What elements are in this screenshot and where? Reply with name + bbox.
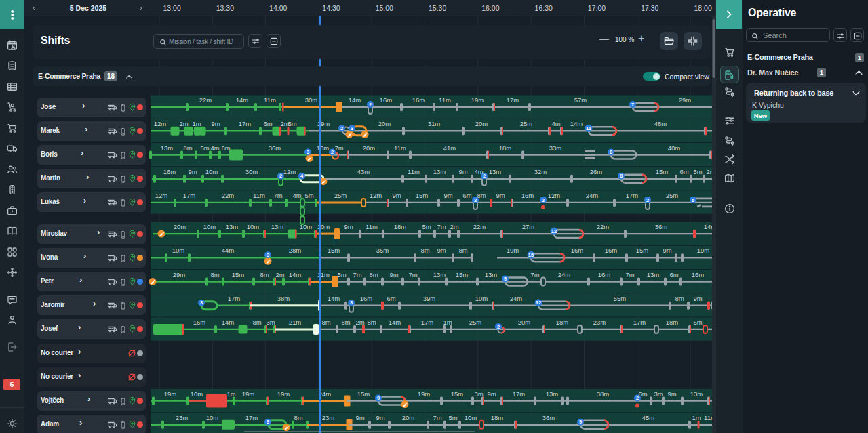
svg-text:26m: 26m [590, 168, 603, 176]
svg-text:16:30: 16:30 [535, 4, 553, 12]
svg-text:8: 8 [620, 173, 623, 179]
svg-text:16m: 16m [692, 271, 705, 279]
svg-text:18:00: 18:00 [694, 4, 711, 12]
svg-text:10m: 10m [172, 247, 185, 254]
svg-text:5m: 5m [422, 223, 431, 230]
svg-text:36m: 36m [655, 223, 668, 230]
svg-text:23m: 23m [176, 414, 189, 421]
svg-text:3m: 3m [266, 318, 275, 326]
svg-text:28m: 28m [289, 247, 302, 254]
svg-text:25m: 25m [469, 318, 482, 326]
svg-text:9m: 9m [458, 168, 467, 176]
svg-text:11m: 11m [317, 271, 330, 279]
svg-text:17m: 17m [245, 414, 258, 421]
svg-text:18m: 18m [499, 144, 512, 152]
svg-text:9m: 9m [344, 223, 353, 230]
svg-text:10m: 10m [317, 223, 330, 230]
svg-text:27m: 27m [522, 223, 535, 230]
svg-text:3: 3 [200, 300, 203, 306]
svg-text:38m: 38m [277, 295, 290, 302]
svg-text:1m: 1m [226, 390, 235, 398]
svg-text:9m: 9m [663, 247, 671, 254]
svg-text:12m: 12m [155, 192, 168, 199]
svg-text:5m: 5m [337, 271, 346, 279]
svg-text:15m: 15m [328, 247, 340, 254]
svg-text:10m: 10m [300, 223, 313, 230]
svg-text:6m: 6m [638, 390, 647, 398]
svg-text:18m: 18m [394, 223, 407, 230]
svg-text:15m: 15m [357, 390, 370, 398]
svg-text:7m: 7m [353, 271, 361, 279]
svg-text:5m: 5m [693, 318, 702, 326]
svg-text:14:30: 14:30 [322, 4, 340, 12]
svg-text:17m: 17m [513, 390, 526, 398]
svg-text:9m: 9m [188, 168, 197, 176]
svg-text:13m: 13m [546, 390, 559, 398]
svg-text:17:30: 17:30 [641, 4, 658, 12]
svg-text:16:00: 16:00 [481, 4, 499, 12]
svg-text:4m: 4m [292, 192, 301, 199]
svg-text:12: 12 [536, 300, 541, 306]
svg-text:9: 9 [579, 419, 582, 425]
svg-text:‹: ‹ [33, 3, 35, 13]
svg-text:13m: 13m [226, 223, 239, 230]
svg-text:8m: 8m [369, 271, 378, 279]
svg-text:5m: 5m [448, 414, 457, 421]
svg-text:10m: 10m [206, 414, 219, 421]
svg-text:1m: 1m [192, 120, 201, 127]
svg-text:4m: 4m [474, 168, 483, 176]
svg-text:10m: 10m [465, 414, 477, 421]
svg-text:2m: 2m [355, 318, 364, 326]
svg-text:25m: 25m [666, 192, 679, 199]
svg-text:23m: 23m [322, 414, 335, 421]
svg-text:17m: 17m [507, 96, 519, 104]
svg-text:15m: 15m [451, 390, 464, 398]
svg-text:7m: 7m [334, 144, 343, 152]
svg-text:17m: 17m [421, 318, 434, 326]
svg-text:35m: 35m [376, 247, 389, 254]
svg-text:22m: 22m [222, 192, 235, 199]
svg-text:2: 2 [497, 324, 500, 330]
svg-text:8m: 8m [210, 271, 219, 279]
svg-text:15: 15 [528, 252, 534, 258]
svg-text:10m: 10m [205, 168, 218, 176]
svg-text:19m: 19m [471, 96, 484, 104]
svg-text:20m: 20m [363, 144, 376, 152]
svg-text:9m: 9m [487, 390, 496, 398]
svg-text:1m: 1m [692, 414, 701, 421]
svg-text:9m: 9m [355, 414, 364, 421]
svg-text:22m: 22m [199, 96, 212, 104]
svg-text:22m: 22m [473, 223, 486, 230]
svg-text:7m: 7m [437, 223, 446, 230]
svg-text:17m: 17m [183, 192, 196, 199]
svg-text:9m: 9m [437, 247, 446, 254]
svg-text:14m: 14m [236, 96, 249, 104]
svg-text:19m: 19m [317, 120, 330, 127]
svg-text:19m: 19m [277, 390, 290, 398]
svg-text:5m: 5m [288, 120, 296, 127]
svg-text:9m: 9m [496, 192, 505, 199]
svg-text:11m: 11m [264, 96, 276, 104]
svg-text:13:30: 13:30 [216, 4, 234, 12]
svg-text:3m: 3m [654, 390, 663, 398]
svg-text:6m: 6m [263, 120, 272, 127]
svg-text:43m: 43m [357, 168, 370, 176]
svg-text:19m: 19m [418, 390, 431, 398]
svg-text:17m: 17m [228, 295, 241, 302]
svg-text:41m: 41m [443, 144, 456, 152]
svg-text:10m: 10m [191, 390, 203, 398]
svg-text:16m: 16m [360, 295, 373, 302]
svg-text:39m: 39m [423, 295, 436, 302]
svg-text:14:00: 14:00 [269, 4, 287, 12]
svg-text:24m: 24m [510, 295, 523, 302]
svg-text:16m: 16m [605, 247, 618, 254]
svg-text:8m: 8m [477, 192, 486, 199]
svg-text:8m: 8m [675, 295, 684, 302]
svg-text:40m: 40m [668, 144, 681, 152]
svg-text:5m: 5m [200, 144, 209, 152]
svg-text:15:30: 15:30 [429, 4, 446, 12]
svg-text:16m: 16m [193, 318, 206, 326]
svg-text:7m: 7m [530, 271, 539, 279]
svg-text:13m: 13m [433, 168, 446, 176]
svg-text:55m: 55m [614, 295, 627, 302]
